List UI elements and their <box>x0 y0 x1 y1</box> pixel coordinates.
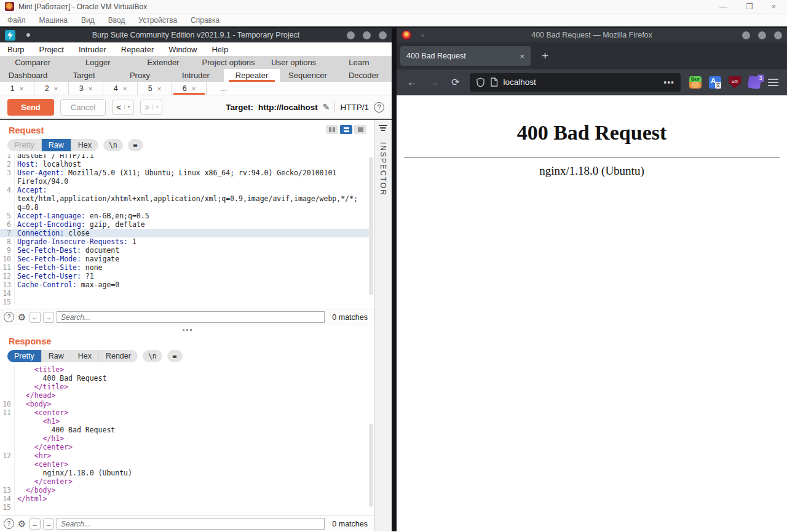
code-line[interactable]: 8Upgrade-Insecure-Requests: 1 <box>0 237 369 246</box>
url-bar[interactable]: localhost ••• <box>470 73 681 92</box>
send-button[interactable]: Send <box>7 99 54 116</box>
repeater-tab[interactable]: 6× <box>172 82 207 95</box>
host-menu-item[interactable]: Устройства <box>138 16 177 25</box>
host-menu-item[interactable]: Ввод <box>108 16 125 25</box>
view-tab-raw[interactable]: Raw <box>42 350 71 362</box>
restore-button[interactable]: ❐ <box>746 2 753 11</box>
editor-menu-button[interactable]: ≡ <box>128 139 143 151</box>
close-button[interactable] <box>774 31 782 39</box>
tab-close-icon[interactable]: × <box>20 85 23 92</box>
search-help-icon[interactable]: ? <box>4 518 14 529</box>
code-line[interactable]: 12 <hr> <box>0 451 369 460</box>
tab-close-icon[interactable]: × <box>54 85 58 92</box>
newline-toggle-button[interactable]: \n <box>143 350 162 362</box>
foxyproxy-extension-icon[interactable]: Bur <box>689 76 702 89</box>
page-actions-icon[interactable]: ••• <box>663 77 674 87</box>
inspector-sidebar[interactable]: INSPECTOR <box>374 120 392 531</box>
module-tab[interactable]: Decoder <box>336 69 392 82</box>
burp-titlebar[interactable]: Burp Suite Community Edition v2021.9.1 -… <box>0 28 392 42</box>
code-line[interactable]: 15 <box>0 298 369 306</box>
code-line[interactable]: 3User-Agent: Mozilla/5.0 (X11; Ubuntu; L… <box>0 169 369 177</box>
new-tab-button[interactable]: + <box>537 49 553 63</box>
code-line[interactable]: 11 <center> <box>0 408 369 417</box>
view-tab-render[interactable]: Render <box>99 350 138 362</box>
repeater-tab[interactable]: 5× <box>138 82 172 95</box>
module-tab[interactable]: Logger <box>65 56 130 69</box>
code-line[interactable]: <h1> <box>0 417 369 426</box>
request-scrollbar[interactable] <box>369 157 373 295</box>
back-button[interactable]: ← <box>403 77 421 88</box>
code-line[interactable]: 13 </body> <box>0 486 369 494</box>
view-tab-pretty[interactable]: Pretty <box>7 139 42 151</box>
code-line[interactable]: 400 Bad Request <box>0 374 369 383</box>
module-tab[interactable]: Extender <box>130 56 196 69</box>
editor-menu-button[interactable]: ≡ <box>167 350 183 362</box>
code-line[interactable]: 400 Bad Request <box>0 426 369 434</box>
tab-close-icon[interactable]: × <box>157 85 161 92</box>
search-prev-button[interactable]: ← <box>30 312 41 323</box>
minimize-button[interactable] <box>347 31 355 39</box>
minimize-button[interactable] <box>742 31 750 39</box>
shield-icon[interactable] <box>476 77 485 87</box>
burp-menu-item[interactable]: Project <box>39 45 63 54</box>
history-forward-button[interactable]: > ▾ <box>140 100 162 115</box>
repeater-tab[interactable]: 3× <box>69 82 103 95</box>
page-info-icon[interactable] <box>490 77 498 87</box>
module-tab[interactable]: Dashboard <box>0 69 56 82</box>
code-line[interactable]: 2Host: localhost <box>0 160 369 169</box>
repeater-tab[interactable]: 2× <box>34 82 69 95</box>
collapse-panel-icon[interactable] <box>379 125 388 132</box>
search-help-icon[interactable]: ? <box>4 312 14 322</box>
host-menu-item[interactable]: Машина <box>39 16 68 25</box>
maximize-button[interactable] <box>363 31 371 39</box>
code-line[interactable]: Firefox/94.0 <box>0 177 369 186</box>
request-search-input[interactable] <box>57 311 325 323</box>
code-line[interactable]: 11Sec-Fetch-Site: none <box>0 263 369 272</box>
module-tab[interactable]: Project options <box>196 56 261 69</box>
view-tab-hex[interactable]: Hex <box>71 139 98 151</box>
response-scrollbar[interactable] <box>369 424 373 507</box>
tab-close-icon[interactable]: × <box>123 85 127 92</box>
browser-tab[interactable]: 400 Bad Request × <box>400 46 531 66</box>
gear-icon[interactable]: ⚙ <box>17 312 27 322</box>
maximize-button[interactable] <box>758 31 766 39</box>
code-line[interactable]: 9Sec-Fetch-Dest: document <box>0 246 369 255</box>
code-line[interactable]: </head> <box>0 391 369 400</box>
translate-extension-icon[interactable]: A 文 <box>709 76 721 89</box>
tab-close-icon[interactable]: × <box>520 52 524 61</box>
search-next-button[interactable]: → <box>43 518 54 530</box>
code-line[interactable]: </h1> <box>0 434 369 443</box>
url-text[interactable]: localhost <box>503 77 658 87</box>
module-tab[interactable]: Proxy <box>112 69 168 82</box>
host-menu-item[interactable]: Файл <box>7 16 26 25</box>
tab-close-icon[interactable]: × <box>192 85 196 92</box>
burp-menu-item[interactable]: Help <box>212 45 228 54</box>
container-extension-icon[interactable]: 3 <box>748 75 762 89</box>
history-back-button[interactable]: < ▾ <box>112 100 134 115</box>
search-prev-button[interactable]: ← <box>30 518 41 530</box>
request-editor[interactable]: 1austGET / HTTP/1.12Host: localhost3User… <box>0 154 374 309</box>
code-line[interactable]: 10 <body> <box>0 400 369 408</box>
minimize-button[interactable]: — <box>719 2 727 11</box>
newline-toggle-button[interactable]: \n <box>103 139 123 151</box>
reload-button[interactable]: ⟳ <box>447 76 464 88</box>
host-menu-item[interactable]: Вид <box>81 16 95 25</box>
firefox-titlebar[interactable]: 400 Bad Request — Mozilla Firefox <box>397 28 787 42</box>
code-line[interactable]: nginx/1.18.0 (Ubuntu) <box>0 469 369 477</box>
view-tab-pretty[interactable]: Pretty <box>7 350 42 362</box>
module-tab[interactable]: Target <box>56 69 112 82</box>
code-line[interactable]: 4Accept: <box>0 186 369 194</box>
module-tab[interactable]: Comparer <box>0 56 65 69</box>
view-tab-hex[interactable]: Hex <box>71 350 99 362</box>
code-line[interactable]: </center> <box>0 443 369 451</box>
module-tab[interactable]: Repeater <box>224 69 280 82</box>
close-button[interactable] <box>379 31 387 39</box>
layout-columns-button[interactable] <box>326 125 338 134</box>
burp-menu-item[interactable]: Repeater <box>121 45 154 54</box>
code-line[interactable]: 6Accept-Encoding: gzip, deflate <box>0 220 369 229</box>
code-line[interactable]: 5Accept-Language: en-GB,en;q=0.5 <box>0 212 369 220</box>
close-button[interactable]: × <box>771 2 776 11</box>
repeater-tab[interactable]: 4× <box>103 82 138 95</box>
help-icon[interactable]: ? <box>374 102 384 113</box>
layout-rows-button[interactable] <box>340 125 352 134</box>
